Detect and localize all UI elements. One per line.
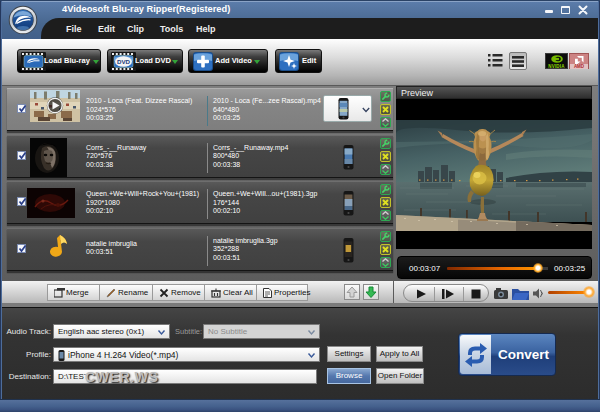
svg-text:DVD: DVD — [117, 58, 131, 65]
